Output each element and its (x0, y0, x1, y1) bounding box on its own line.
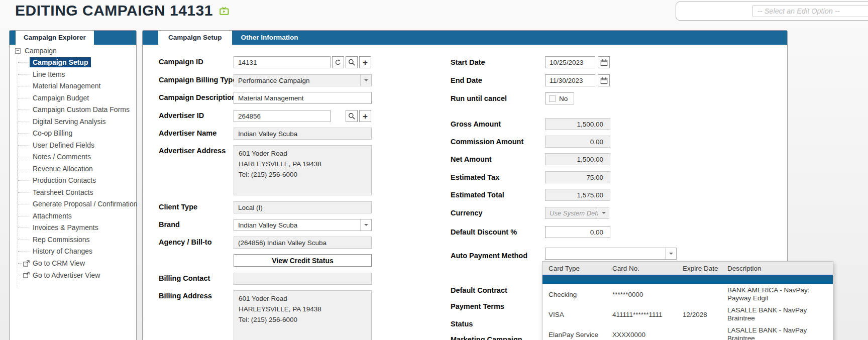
run-until-cancel-checkbox[interactable] (549, 95, 556, 102)
advertiser-search-button[interactable] (346, 110, 358, 122)
payment-table-header-description: Description (727, 265, 833, 272)
campaign-add-button[interactable]: + (359, 56, 371, 68)
tree-collapse-icon[interactable]: − (15, 48, 21, 54)
agency-bill-to-label: Agency / Bill-to (159, 238, 212, 246)
tab-campaign-setup[interactable]: Campaign Setup (158, 31, 232, 45)
campaign-history-button[interactable] (332, 56, 344, 68)
tree-node-campaign[interactable]: − Campaign (10, 45, 136, 57)
payment-table-header: Card Type Card No. Expire Date Descripti… (542, 262, 833, 275)
chevron-down-icon (598, 207, 609, 218)
tree-links: Go to CRM View Go to Advertiser View (10, 258, 136, 281)
tree-children: Campaign Setup Line Items Material Manag… (10, 57, 136, 258)
chevron-down-icon (665, 248, 676, 259)
campaign-id-label: Campaign ID (159, 58, 203, 66)
default-discount-label: Default Discount % (451, 228, 517, 236)
sidebar-item-revenue-allocation[interactable]: Revenue Allocation (10, 163, 136, 175)
billing-address-label: Billing Address (159, 292, 212, 300)
payment-table-row-checking[interactable]: Checking ******0000 BANK AMERICA - NavPa… (542, 284, 833, 304)
payment-table-selected-row[interactable] (542, 275, 833, 284)
payment-terms-label: Payment Terms (451, 302, 504, 310)
agency-bill-to-input[interactable] (234, 237, 372, 249)
billing-contact-input[interactable] (234, 273, 372, 285)
history-icon (335, 59, 342, 66)
advertiser-address-label: Advertiser Address (159, 147, 226, 155)
net-amount-input[interactable] (545, 153, 610, 165)
default-discount-input[interactable] (545, 226, 610, 238)
default-contract-label: Default Contract (451, 286, 507, 294)
start-date-input[interactable] (545, 56, 595, 68)
status-label: Status (451, 320, 473, 328)
payment-table-row-visa[interactable]: VISA 411111******1111 12/2028 LASALLE BA… (542, 304, 833, 324)
campaign-search-button[interactable] (346, 56, 358, 68)
view-credit-status-button[interactable]: View Credit Status (234, 254, 372, 267)
advertiser-address-textarea[interactable]: 601 Yoder Road HARLEYSVILLE, PA 19438 Te… (234, 145, 372, 195)
advertiser-id-input[interactable] (234, 110, 331, 122)
payment-table-header-expire-date: Expire Date (683, 265, 727, 272)
payment-table-row-elanpay[interactable]: ElanPay Service XXXX0000 LASALLE BANK - … (542, 324, 833, 340)
sidebar-item-rep-commissions[interactable]: Rep Commissions (10, 234, 136, 246)
sidebar-item-attachments[interactable]: Attachments (10, 210, 136, 222)
sidebar-item-invoices-payments[interactable]: Invoices & Payments (10, 222, 136, 234)
sidebar-item-material-management[interactable]: Material Management (10, 80, 136, 92)
sidebar-item-notes-comments[interactable]: Notes / Comments (10, 151, 136, 163)
currency-select[interactable]: Use System Default (545, 207, 609, 219)
advertiser-add-button[interactable]: + (359, 110, 371, 122)
billing-address-textarea[interactable]: 601 Yoder Road HARLEYSVILLE, PA 19438 Te… (234, 290, 372, 340)
commission-amount-input[interactable] (545, 136, 610, 148)
calendar-icon (600, 77, 608, 84)
auto-payment-method-select[interactable] (545, 248, 677, 260)
sidebar-item-campaign-setup[interactable]: Campaign Setup (10, 57, 136, 69)
sidebar-item-campaign-custom-data-forms[interactable]: Campaign Custom Data Forms (10, 104, 136, 116)
campaign-explorer-header-bar: Campaign Explorer (10, 31, 136, 45)
payment-table-header-card-no: Card No. (612, 265, 683, 272)
run-until-cancel-label: Run until cancel (451, 94, 507, 102)
start-date-label: Start Date (451, 58, 485, 66)
payment-table-header-card-type: Card Type (549, 265, 612, 272)
currency-label: Currency (451, 209, 483, 217)
sidebar-item-history-of-changes[interactable]: History of Changes (10, 246, 136, 258)
gross-amount-input[interactable] (545, 118, 610, 130)
sidebar-item-production-contacts[interactable]: Production Contacts (10, 175, 136, 187)
search-icon (348, 112, 355, 120)
estimated-total-input[interactable] (545, 189, 610, 201)
calendar-icon (600, 59, 608, 66)
sidebar-item-digital-serving-analysis[interactable]: Digital Serving Analysis (10, 116, 136, 128)
campaign-id-input[interactable] (234, 56, 331, 68)
external-link-icon (23, 272, 30, 278)
gross-amount-label: Gross Amount (451, 120, 501, 128)
page-title: EDITING CAMPAIGN 14131 (15, 2, 229, 19)
edit-option-container (676, 2, 868, 21)
estimated-tax-input[interactable] (545, 171, 610, 183)
brand-select[interactable]: Indian Valley Scuba (234, 219, 372, 231)
edit-option-select[interactable] (752, 5, 868, 17)
campaign-billing-type-select[interactable]: Performance Campaign (234, 74, 372, 86)
sidebar-item-generate-proposal-confirmation[interactable]: Generate Proposal / Confirmation (10, 198, 136, 210)
sidebar-item-tearsheet-contacts[interactable]: Tearsheet Contacts (10, 187, 136, 199)
payment-method-dropdown-table: Card Type Card No. Expire Date Descripti… (542, 261, 833, 340)
advertiser-id-label: Advertiser ID (159, 111, 204, 120)
sidebar-item-co-op-billing[interactable]: Co-op Billing (10, 128, 136, 140)
go-to-advertiser-view-link[interactable]: Go to Advertiser View (10, 269, 136, 281)
client-type-input[interactable] (234, 201, 372, 213)
sidebar-item-line-items[interactable]: Line Items (10, 69, 136, 81)
start-date-calendar-button[interactable] (598, 56, 610, 68)
client-type-label: Client Type (159, 203, 197, 211)
end-date-calendar-button[interactable] (598, 74, 610, 86)
estimated-total-label: Estimated Total (451, 191, 504, 199)
campaign-description-input[interactable] (234, 92, 372, 104)
chevron-down-icon (360, 75, 371, 86)
main-tab-bar: Campaign Setup Other Information (143, 31, 787, 45)
search-icon (348, 59, 355, 66)
campaign-billing-type-label: Campaign Billing Type (159, 76, 237, 84)
advertiser-name-label: Advertiser Name (159, 129, 216, 137)
advertiser-name-input[interactable] (234, 128, 372, 140)
sidebar-item-user-defined-fields[interactable]: User Defined Fields (10, 140, 136, 152)
sidebar-item-campaign-budget[interactable]: Campaign Budget (10, 92, 136, 104)
campaign-description-label: Campaign Description (159, 93, 236, 101)
campaign-tv-icon (220, 7, 229, 15)
run-until-cancel-toggle[interactable]: No (545, 92, 574, 104)
go-to-crm-view-link[interactable]: Go to CRM View (10, 258, 136, 270)
tab-other-information[interactable]: Other Information (232, 31, 307, 45)
end-date-input[interactable] (545, 74, 595, 86)
tree-root-label[interactable]: Campaign (25, 47, 57, 55)
